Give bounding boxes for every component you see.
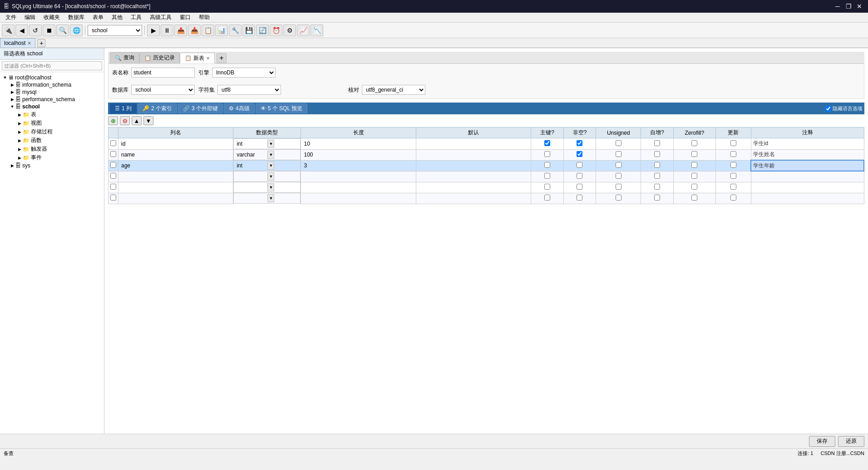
add-connection-button[interactable]: + <box>37 39 45 47</box>
autoincrement-cell-1[interactable] <box>641 149 674 160</box>
autoincrement-cell-0[interactable] <box>641 138 674 150</box>
primarykey-checkbox-3[interactable] <box>544 173 550 179</box>
table-row[interactable]: ▼ <box>108 171 864 182</box>
toolbar-schema-button[interactable]: 🔧 <box>229 24 242 36</box>
restore-button[interactable]: 还原 <box>838 436 864 447</box>
restore-button[interactable]: ❐ <box>843 2 853 11</box>
length-input-3[interactable] <box>303 172 414 181</box>
datatype-input-2[interactable] <box>236 162 267 170</box>
add-row-button[interactable]: ⊕ <box>108 116 118 125</box>
unsigned-cell-1[interactable] <box>596 149 641 160</box>
tree-expander-school[interactable]: ▼ <box>9 103 15 110</box>
tab-history[interactable]: 📋 历史记录 <box>139 52 180 63</box>
toolbar-db-button[interactable]: 🌐 <box>70 24 83 36</box>
default-cell-5[interactable] <box>416 193 531 204</box>
comment-cell-1[interactable] <box>751 149 864 160</box>
unsigned-checkbox-4[interactable] <box>616 184 621 190</box>
row-select-checkbox-1[interactable] <box>110 151 116 157</box>
hide-language-options-checkbox[interactable] <box>825 106 831 112</box>
length-input-1[interactable] <box>303 151 414 159</box>
newtable-tab-close[interactable]: ✕ <box>206 56 210 61</box>
row-select-checkbox-0[interactable] <box>110 140 116 146</box>
datatype-input-1[interactable] <box>236 151 267 159</box>
filter-input[interactable] <box>2 61 102 70</box>
comment-input-1[interactable] <box>753 151 862 159</box>
minimize-button[interactable]: ─ <box>833 2 843 11</box>
colname-input-5[interactable] <box>120 194 231 202</box>
default-input-4[interactable] <box>418 183 529 191</box>
tree-expander-functions[interactable]: ▶ <box>16 137 23 144</box>
toolbar-open-button[interactable]: ◀ <box>15 24 28 36</box>
datatype-cell-5[interactable]: ▼ <box>233 193 301 204</box>
zerofill-cell-3[interactable] <box>673 171 715 182</box>
update-checkbox-5[interactable] <box>730 195 736 201</box>
tree-expander-stored_procs[interactable]: ▶ <box>16 129 23 135</box>
autoincrement-checkbox-2[interactable] <box>654 162 660 168</box>
notnull-cell-5[interactable] <box>563 193 596 204</box>
tree-node-root[interactable]: ▼🖥root@localhost <box>0 74 104 81</box>
toolbar-extra2-button[interactable]: 📉 <box>311 24 323 36</box>
autoincrement-cell-3[interactable] <box>641 171 674 182</box>
autoincrement-checkbox-0[interactable] <box>654 140 660 146</box>
default-input-3[interactable] <box>418 172 529 181</box>
toolbar-query-button[interactable]: 📋 <box>202 24 214 36</box>
connection-tab-localhost[interactable]: localhost ✕ <box>0 38 35 48</box>
autoincrement-checkbox-5[interactable] <box>654 195 660 201</box>
tree-node-functions[interactable]: ▶📁函数 <box>0 136 104 145</box>
update-cell-1[interactable] <box>716 149 751 160</box>
update-cell-2[interactable] <box>716 160 751 171</box>
update-cell-3[interactable] <box>716 171 751 182</box>
comment-input-2[interactable] <box>753 162 862 170</box>
toolbar-new-button[interactable]: 🔌 <box>2 24 15 36</box>
zerofill-checkbox-0[interactable] <box>691 140 697 146</box>
toolbar-import-button[interactable]: 📥 <box>188 24 201 36</box>
unsigned-checkbox-1[interactable] <box>616 151 621 157</box>
autoincrement-checkbox-4[interactable] <box>654 184 660 190</box>
colname-cell-5[interactable] <box>118 193 233 204</box>
toolbar-extra1-button[interactable]: 📈 <box>297 24 310 36</box>
primarykey-cell-3[interactable] <box>531 171 564 182</box>
length-input-0[interactable] <box>303 140 414 148</box>
tree-expander-events[interactable]: ▶ <box>16 155 23 161</box>
move-up-button[interactable]: ▲ <box>132 116 142 125</box>
datatype-dropdown-2[interactable]: ▼ <box>267 162 274 170</box>
datatype-dropdown-0[interactable]: ▼ <box>267 140 274 148</box>
datatype-dropdown-5[interactable]: ▼ <box>267 194 274 202</box>
update-checkbox-3[interactable] <box>730 173 736 179</box>
row-select-checkbox-3[interactable] <box>110 173 116 179</box>
primarykey-cell-0[interactable] <box>531 138 564 150</box>
datatype-cell-4[interactable]: ▼ <box>233 182 301 193</box>
table-row[interactable]: ▼ <box>108 193 864 204</box>
length-cell-0[interactable] <box>301 138 416 150</box>
colname-input-4[interactable] <box>120 183 231 191</box>
tab-query[interactable]: 🔍 查询 <box>110 52 139 63</box>
autoincrement-cell-5[interactable] <box>641 193 674 204</box>
tree-expander-performance_schema[interactable]: ▶ <box>9 96 15 103</box>
inner-tab-columns[interactable]: ☰ 1 列 <box>110 103 137 113</box>
toolbar-table-button[interactable]: 📊 <box>215 24 228 36</box>
charset-select[interactable]: utf8 utf8mb4 <box>217 85 281 95</box>
table-row[interactable]: ▼ <box>108 149 864 160</box>
datatype-cell-1[interactable]: ▼ <box>233 149 301 160</box>
notnull-checkbox-5[interactable] <box>577 195 582 201</box>
row-select-cell-0[interactable] <box>108 138 118 150</box>
menu-item-文件[interactable]: 文件 <box>2 13 20 22</box>
menu-item-编辑[interactable]: 编辑 <box>21 13 39 22</box>
tree-expander-tables[interactable]: ▶ <box>16 112 23 118</box>
tree-expander-views[interactable]: ▶ <box>16 120 23 127</box>
primarykey-checkbox-4[interactable] <box>544 184 550 190</box>
engine-select[interactable]: InnoDB MyISAM <box>212 68 276 78</box>
default-cell-0[interactable] <box>416 138 531 150</box>
zerofill-cell-4[interactable] <box>673 182 715 193</box>
datatype-dropdown-3[interactable]: ▼ <box>267 172 274 181</box>
table-row[interactable]: ▼ <box>108 160 864 171</box>
unsigned-cell-5[interactable] <box>596 193 641 204</box>
unsigned-checkbox-2[interactable] <box>616 162 621 168</box>
comment-input-4[interactable] <box>753 183 862 191</box>
notnull-checkbox-0[interactable] <box>577 140 582 146</box>
inner-tab-foreignkeys[interactable]: 🔗 3 个外部键 <box>178 103 223 113</box>
update-cell-4[interactable] <box>716 182 751 193</box>
tree-node-school[interactable]: ▼🗄school <box>0 103 104 110</box>
zerofill-checkbox-5[interactable] <box>691 195 697 201</box>
tree-expander-triggers[interactable]: ▶ <box>16 146 23 152</box>
